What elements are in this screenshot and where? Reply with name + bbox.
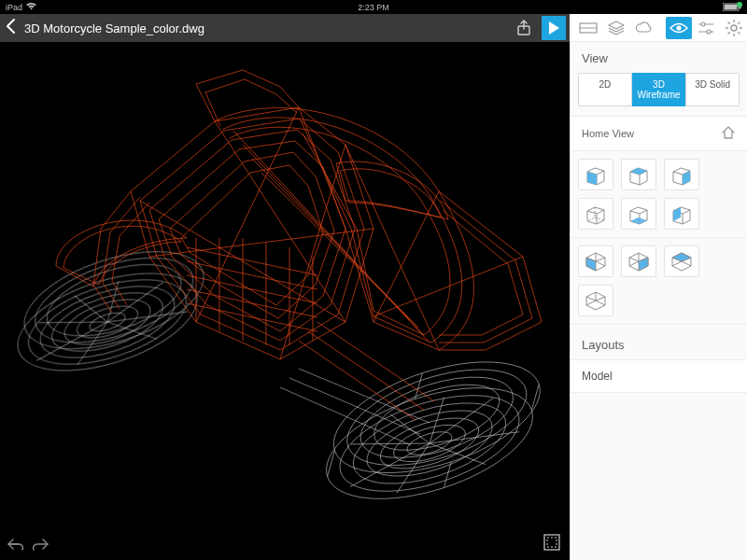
eye-icon[interactable] <box>666 17 692 39</box>
measure-icon[interactable] <box>575 17 601 39</box>
home-view-label: Home View <box>582 128 634 139</box>
title-bar: 3D Motorcycle Sample_color.dwg <box>0 14 570 42</box>
svg-rect-51 <box>547 538 557 547</box>
view-cube-back[interactable] <box>578 198 613 230</box>
tab-2d[interactable]: 2D <box>578 73 632 106</box>
view-cube-grid <box>571 151 747 238</box>
iso-grid <box>571 238 747 324</box>
status-dot-icon <box>737 2 742 7</box>
side-toolbar <box>570 14 747 42</box>
share-button[interactable] <box>512 16 536 40</box>
view-cube-right[interactable] <box>664 159 699 190</box>
undo-button[interactable] <box>6 534 26 554</box>
device-label: iPad <box>6 3 22 12</box>
layers-icon[interactable] <box>603 17 629 39</box>
svg-line-43 <box>101 282 169 322</box>
view-cube-front[interactable] <box>578 159 613 190</box>
view-mode-tabs: 2D 3D Wireframe 3D Solid <box>571 73 747 116</box>
svg-point-7 <box>707 30 711 34</box>
svg-rect-1 <box>725 5 738 10</box>
layouts-title: Layouts <box>571 324 747 359</box>
home-icon <box>721 125 736 142</box>
tab-3d-wireframe[interactable]: 3D Wireframe <box>632 73 686 106</box>
view-title: View <box>571 42 747 73</box>
play-button[interactable] <box>542 16 566 40</box>
view-cube-top[interactable] <box>621 159 656 190</box>
cloud-icon[interactable] <box>630 17 656 39</box>
iso-nw[interactable] <box>578 285 613 316</box>
svg-point-8 <box>731 25 737 31</box>
svg-point-5 <box>676 25 681 30</box>
redo-button[interactable] <box>30 534 50 554</box>
back-button[interactable] <box>4 19 19 38</box>
view-sidebar: View 2D 3D Wireframe 3D Solid Home View <box>570 42 747 560</box>
iso-sw[interactable] <box>578 245 613 277</box>
view-cube-bottom[interactable] <box>621 198 656 230</box>
settings-slider-icon[interactable] <box>694 17 720 39</box>
iso-ne[interactable] <box>664 245 699 277</box>
clock: 2:23 PM <box>358 3 389 12</box>
file-title: 3D Motorcycle Sample_color.dwg <box>24 21 204 35</box>
wifi-icon <box>26 3 36 12</box>
home-view-row[interactable]: Home View <box>571 116 747 151</box>
ios-status-bar: iPad 2:23 PM <box>0 0 747 14</box>
viewport-canvas[interactable] <box>0 42 570 560</box>
svg-point-6 <box>701 22 705 26</box>
svg-rect-50 <box>544 535 559 550</box>
tab-3d-solid[interactable]: 3D Solid <box>685 73 740 106</box>
extents-icon[interactable] <box>543 534 564 554</box>
wireframe-model <box>0 42 570 560</box>
svg-line-30 <box>385 443 441 493</box>
layout-model[interactable]: Model <box>571 359 747 393</box>
svg-line-42 <box>107 298 188 336</box>
view-cube-left[interactable] <box>664 198 699 230</box>
iso-se[interactable] <box>621 245 656 277</box>
gear-icon[interactable] <box>721 17 747 39</box>
